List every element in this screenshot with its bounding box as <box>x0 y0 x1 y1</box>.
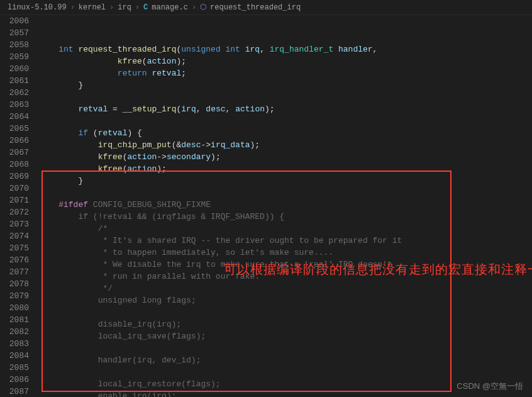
code-line[interactable]: /* <box>39 223 532 235</box>
line-number: 2058 <box>0 39 29 51</box>
line-number-gutter: 2006205720582059206020612062206320642065… <box>0 15 39 396</box>
code-line[interactable] <box>39 187 532 199</box>
code-line[interactable]: kfree(action->secondary); <box>39 151 532 163</box>
line-number: 2068 <box>0 159 29 171</box>
code-line[interactable]: local_irq_restore(flags); <box>39 378 532 390</box>
code-line[interactable] <box>39 115 532 127</box>
code-editor[interactable]: 2006205720582059206020612062206320642065… <box>0 15 532 396</box>
line-number: 2064 <box>0 111 29 123</box>
code-line[interactable] <box>39 91 532 103</box>
code-line[interactable]: * It's a shared IRQ -- the driver ought … <box>39 235 532 247</box>
breadcrumb[interactable]: linux-5.10.99 › kernel › irq › C manage.… <box>0 0 532 15</box>
code-line[interactable]: irq_chip_pm_put(&desc->irq_data); <box>39 139 532 151</box>
symbol-icon: ⬡ <box>200 3 206 12</box>
code-area[interactable]: int request_threaded_irq(unsigned int ir… <box>39 15 532 396</box>
line-number: 2069 <box>0 171 29 182</box>
code-line[interactable]: * We disable the irq to make sure that a… <box>39 259 532 271</box>
line-number: 2070 <box>0 182 29 194</box>
c-file-icon: C <box>143 3 148 12</box>
line-number: 2063 <box>0 99 29 111</box>
line-number: 2085 <box>0 362 29 374</box>
line-number: 2080 <box>0 302 29 314</box>
line-number: 2079 <box>0 290 29 302</box>
line-number: 2084 <box>0 350 29 362</box>
code-line[interactable] <box>39 342 532 354</box>
breadcrumb-file[interactable]: manage.c <box>152 3 188 12</box>
code-line[interactable] <box>39 366 532 378</box>
code-line[interactable]: local_irq_save(flags); <box>39 330 532 342</box>
chevron-right-icon: › <box>135 3 140 12</box>
chevron-right-icon: › <box>192 3 196 12</box>
breadcrumb-item[interactable]: kernel <box>79 3 106 12</box>
code-line[interactable]: #ifdef CONFIG_DEBUG_SHIRQ_FIXME <box>39 199 532 211</box>
chevron-right-icon: › <box>70 3 75 12</box>
breadcrumb-item[interactable]: irq <box>118 3 131 12</box>
code-line[interactable]: * run in parallel with our fake. <box>39 271 532 282</box>
line-number: 2060 <box>0 63 29 75</box>
line-number: 2078 <box>0 278 29 290</box>
code-line[interactable]: enable_irq(irq); <box>39 390 532 397</box>
breadcrumb-item[interactable]: linux-5.10.99 <box>8 3 67 12</box>
line-number: 2059 <box>0 51 29 63</box>
code-line[interactable]: return retval; <box>39 67 532 79</box>
line-number: 2071 <box>0 194 29 206</box>
code-line[interactable]: retval = __setup_irq(irq, desc, action); <box>39 103 532 115</box>
line-number: 2067 <box>0 147 29 159</box>
line-number: 2006 <box>0 15 29 27</box>
line-number: 2087 <box>0 386 29 397</box>
line-number: 2057 <box>0 27 29 39</box>
line-number: 2062 <box>0 87 29 99</box>
code-line[interactable]: } <box>39 79 532 91</box>
line-number: 2061 <box>0 75 29 87</box>
code-line[interactable]: */ <box>39 282 532 294</box>
code-line[interactable]: if (!retval && (irqflags & IRQF_SHARED))… <box>39 211 532 223</box>
line-number: 2074 <box>0 230 29 242</box>
line-number: 2082 <box>0 326 29 338</box>
line-number: 2081 <box>0 314 29 326</box>
line-number: 2075 <box>0 242 29 254</box>
chevron-right-icon: › <box>109 3 114 12</box>
code-line[interactable]: disable_irq(irq); <box>39 318 532 330</box>
code-line[interactable]: kfree(action); <box>39 55 532 67</box>
code-line[interactable]: unsigned long flags; <box>39 294 532 306</box>
code-line[interactable]: * to happen immediately, so let's make s… <box>39 247 532 259</box>
line-number: 2072 <box>0 206 29 218</box>
code-line[interactable]: if (retval) { <box>39 127 532 139</box>
code-line[interactable] <box>39 306 532 318</box>
line-number: 2077 <box>0 266 29 278</box>
code-line[interactable]: int request_threaded_irq(unsigned int ir… <box>39 43 532 55</box>
line-number: 2086 <box>0 374 29 386</box>
line-number: 2066 <box>0 135 29 147</box>
code-line[interactable]: handler(irq, dev_id); <box>39 354 532 366</box>
line-number: 2083 <box>0 338 29 350</box>
line-number: 2065 <box>0 123 29 135</box>
line-number: 2073 <box>0 218 29 230</box>
breadcrumb-symbol[interactable]: request_threaded_irq <box>210 3 301 12</box>
code-line[interactable]: kfree(action); <box>39 163 532 175</box>
code-line[interactable]: } <box>39 175 532 187</box>
line-number: 2076 <box>0 254 29 266</box>
